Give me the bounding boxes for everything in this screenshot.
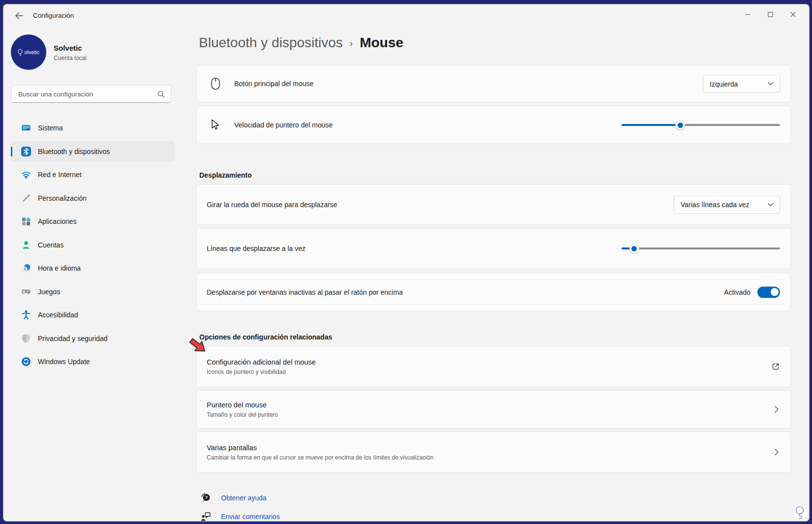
sidebar-item-label: Accesibilidad [38, 311, 78, 319]
pointer-speed-slider[interactable] [622, 120, 780, 130]
sidebar-item-accesibilidad[interactable]: Accesibilidad [11, 305, 175, 325]
card-primary-mouse-button: Botón principal del mouse Izquierda [196, 65, 791, 102]
sidebar-item-privacidad-y-seguridad[interactable]: Privacidad y seguridad [11, 328, 175, 349]
back-button[interactable] [10, 8, 27, 23]
sidebar-item-label: Personalización [38, 194, 87, 202]
sidebar: Sistema Bluetooth y dispositivos Red e I… [11, 118, 175, 375]
svg-text:?: ? [205, 494, 208, 500]
minimize-icon [745, 12, 750, 17]
send-feedback-link[interactable]: Enviar comentarios [200, 511, 280, 522]
sidebar-item-juegos[interactable]: Juegos [11, 281, 175, 302]
solvetic-watermark [792, 503, 809, 522]
cursor-icon [210, 119, 220, 131]
time-language-icon [21, 263, 31, 273]
chevron-down-icon [768, 203, 774, 206]
avatar[interactable]: olvetic [11, 34, 46, 70]
wheel-scroll-dropdown[interactable]: Varias líneas cada vez [674, 195, 780, 214]
related-title: Configuración adicional del mouse [207, 358, 316, 366]
related-row-multiple-displays[interactable]: Varias pantallas Cambiar la forma en que… [196, 432, 791, 473]
sidebar-item-bluetooth-y-dispositivos[interactable]: Bluetooth y dispositivos [11, 141, 175, 162]
sidebar-item-label: Hora e idioma [38, 264, 81, 272]
search-icon [157, 91, 165, 98]
bluetooth-icon [21, 147, 31, 156]
card-inactive-scroll: Desplazarse por ventanas inactivas al pa… [196, 273, 791, 311]
setting-label: Desplazarse por ventanas inactivas al pa… [207, 288, 403, 296]
chevron-down-icon [768, 82, 774, 86]
dropdown-value: Varias líneas cada vez [681, 201, 750, 209]
sidebar-item-sistema[interactable]: Sistema [11, 118, 175, 138]
sidebar-item-label: Windows Update [38, 358, 90, 366]
sidebar-item-aplicaciones[interactable]: Aplicaciones [11, 211, 175, 232]
breadcrumb-separator-icon: › [350, 38, 353, 49]
setting-label: Líneas que desplazarse a la vez [207, 245, 306, 252]
account-type: Cuenta local [54, 55, 87, 62]
slider-track[interactable] [622, 247, 780, 249]
chevron-right-icon [775, 449, 779, 456]
accounts-icon [21, 240, 31, 250]
slider-fill [622, 124, 680, 126]
setting-label: Girar la rueda del mouse para desplazars… [207, 201, 337, 209]
back-arrow-icon [15, 12, 23, 19]
mouse-icon [210, 77, 221, 91]
toggle-knob [771, 288, 779, 296]
page-title: Mouse [360, 35, 404, 51]
related-subtitle: Tamaño y color del puntero [207, 411, 278, 418]
related-row-additional-mouse-settings[interactable]: Configuración adicional del mouse Iconos… [196, 346, 791, 387]
paintbrush-icon [21, 193, 31, 203]
dropdown-value: Izquierda [710, 80, 738, 88]
external-link-icon [771, 362, 780, 371]
related-title: Varias pantallas [207, 444, 434, 452]
link-label: Obtener ayuda [221, 494, 267, 502]
section-header-related: Opciones de configuración relacionadas [199, 333, 332, 341]
sidebar-item-label: Red e Internet [38, 171, 82, 179]
accessibility-icon [21, 310, 31, 320]
sidebar-item-red-e-internet[interactable]: Red e Internet [11, 164, 175, 185]
gamepad-icon [21, 287, 31, 297]
card-scroll-lines: Líneas que desplazarse a la vez [196, 228, 791, 269]
help-icon: ? [200, 493, 211, 503]
card-pointer-speed: Velocidad de puntero del mouse [196, 106, 791, 144]
section-header-scrolling: Desplazamiento [199, 171, 252, 179]
related-subtitle: Cambiar la forma en que el cursor se mue… [207, 454, 434, 461]
search-input[interactable] [12, 91, 157, 98]
sidebar-item-label: Privacidad y seguridad [38, 335, 108, 342]
sidebar-item-label: Sistema [38, 124, 63, 132]
active-accent-bar [11, 147, 12, 156]
minimize-button[interactable] [736, 6, 759, 22]
setting-label: Botón principal del mouse [234, 80, 313, 88]
account-name: Solvetic [54, 44, 82, 52]
search-box[interactable] [11, 85, 171, 103]
inactive-scroll-toggle[interactable] [757, 286, 780, 298]
sidebar-item-label: Bluetooth y dispositivos [38, 148, 110, 155]
maximize-icon [768, 12, 773, 17]
chevron-right-icon [775, 406, 779, 413]
sidebar-item-personalizacion[interactable]: Personalización [11, 188, 175, 209]
toggle-state-label: Activado [724, 288, 750, 296]
sidebar-item-windows-update[interactable]: Windows Update [11, 351, 175, 372]
shield-icon [21, 334, 31, 343]
maximize-button[interactable] [759, 6, 781, 22]
scroll-lines-slider[interactable] [622, 244, 780, 253]
settings-window: Configuración olvetic Solvetic Cuenta lo… [3, 4, 810, 522]
sidebar-item-label: Aplicaciones [38, 217, 77, 225]
slider-thumb[interactable] [675, 120, 685, 130]
breadcrumb-parent[interactable]: Bluetooth y dispositivos [199, 35, 343, 51]
related-title: Puntero del mouse [207, 401, 278, 409]
close-icon [790, 12, 796, 17]
solvetic-logo: olvetic [17, 49, 39, 56]
sidebar-item-cuentas[interactable]: Cuentas [11, 235, 175, 255]
apps-icon [21, 216, 31, 226]
sidebar-item-hora-e-idioma[interactable]: Hora e idioma [11, 258, 175, 278]
get-help-link[interactable]: ? Obtener ayuda [200, 493, 267, 503]
card-wheel-scroll: Girar la rueda del mouse para desplazars… [196, 184, 791, 225]
link-label: Enviar comentarios [221, 513, 280, 521]
windows-update-icon [21, 357, 31, 367]
slider-thumb[interactable] [629, 244, 639, 253]
primary-button-dropdown[interactable]: Izquierda [703, 75, 780, 93]
system-icon [21, 123, 31, 133]
related-subtitle: Iconos de puntero y visibilidad [207, 369, 316, 375]
breadcrumb: Bluetooth y dispositivos › Mouse [199, 35, 404, 51]
close-button[interactable] [781, 6, 804, 22]
feedback-icon [200, 511, 211, 522]
related-row-mouse-pointer[interactable]: Puntero del mouse Tamaño y color del pun… [196, 390, 791, 429]
